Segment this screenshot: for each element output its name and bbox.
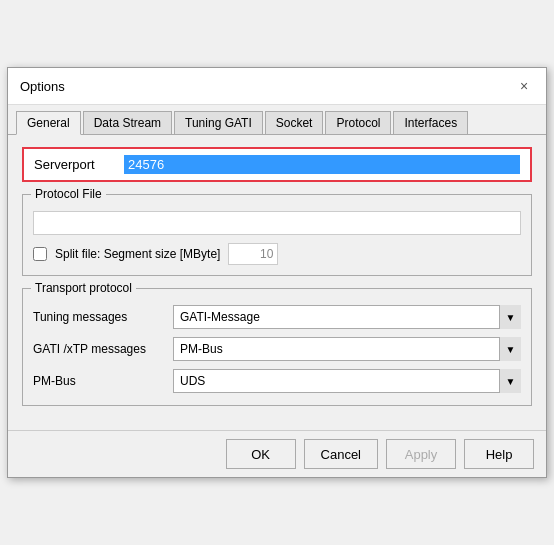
help-button[interactable]: Help xyxy=(464,439,534,469)
tab-socket[interactable]: Socket xyxy=(265,111,324,134)
tab-interfaces[interactable]: Interfaces xyxy=(393,111,468,134)
transport-row-pmbus: PM-Bus GATI-Message PM-Bus UDS ▼ xyxy=(33,369,521,393)
tuning-messages-label: Tuning messages xyxy=(33,310,173,324)
cancel-button[interactable]: Cancel xyxy=(304,439,378,469)
tab-tuning-gati[interactable]: Tuning GATI xyxy=(174,111,263,134)
transport-row-tuning: Tuning messages GATI-Message PM-Bus UDS … xyxy=(33,305,521,329)
split-file-label: Split file: Segment size [MByte] xyxy=(55,247,220,261)
transport-protocol-group: Transport protocol Tuning messages GATI-… xyxy=(22,288,532,406)
transport-row-gati: GATI /xTP messages GATI-Message PM-Bus U… xyxy=(33,337,521,361)
serverport-input[interactable] xyxy=(124,155,520,174)
gati-messages-select-wrapper: GATI-Message PM-Bus UDS ▼ xyxy=(173,337,521,361)
split-size-input[interactable] xyxy=(228,243,278,265)
tab-general[interactable]: General xyxy=(16,111,81,135)
pmbus-select-wrapper: GATI-Message PM-Bus UDS ▼ xyxy=(173,369,521,393)
pmbus-label: PM-Bus xyxy=(33,374,173,388)
apply-button[interactable]: Apply xyxy=(386,439,456,469)
tab-bar: General Data Stream Tuning GATI Socket P… xyxy=(8,105,546,135)
footer: OK Cancel Apply Help xyxy=(8,430,546,477)
gati-messages-select[interactable]: GATI-Message PM-Bus UDS xyxy=(173,337,521,361)
tab-content: Serverport Protocol File Split file: Seg… xyxy=(8,135,546,430)
protocol-file-label: Protocol File xyxy=(31,187,106,201)
tab-data-stream[interactable]: Data Stream xyxy=(83,111,172,134)
ok-button[interactable]: OK xyxy=(226,439,296,469)
split-file-row: Split file: Segment size [MByte] xyxy=(33,243,521,265)
pmbus-select[interactable]: GATI-Message PM-Bus UDS xyxy=(173,369,521,393)
serverport-label: Serverport xyxy=(34,157,124,172)
transport-protocol-label: Transport protocol xyxy=(31,281,136,295)
tab-protocol[interactable]: Protocol xyxy=(325,111,391,134)
protocol-file-group: Protocol File Split file: Segment size [… xyxy=(22,194,532,276)
serverport-row: Serverport xyxy=(22,147,532,182)
title-bar: Options × xyxy=(8,68,546,105)
gati-messages-label: GATI /xTP messages xyxy=(33,342,173,356)
options-dialog: Options × General Data Stream Tuning GAT… xyxy=(7,67,547,478)
tuning-messages-select-wrapper: GATI-Message PM-Bus UDS ▼ xyxy=(173,305,521,329)
split-file-checkbox[interactable] xyxy=(33,247,47,261)
protocol-file-input[interactable] xyxy=(33,211,521,235)
tuning-messages-select[interactable]: GATI-Message PM-Bus UDS xyxy=(173,305,521,329)
close-button[interactable]: × xyxy=(514,76,534,96)
dialog-title: Options xyxy=(20,79,65,94)
